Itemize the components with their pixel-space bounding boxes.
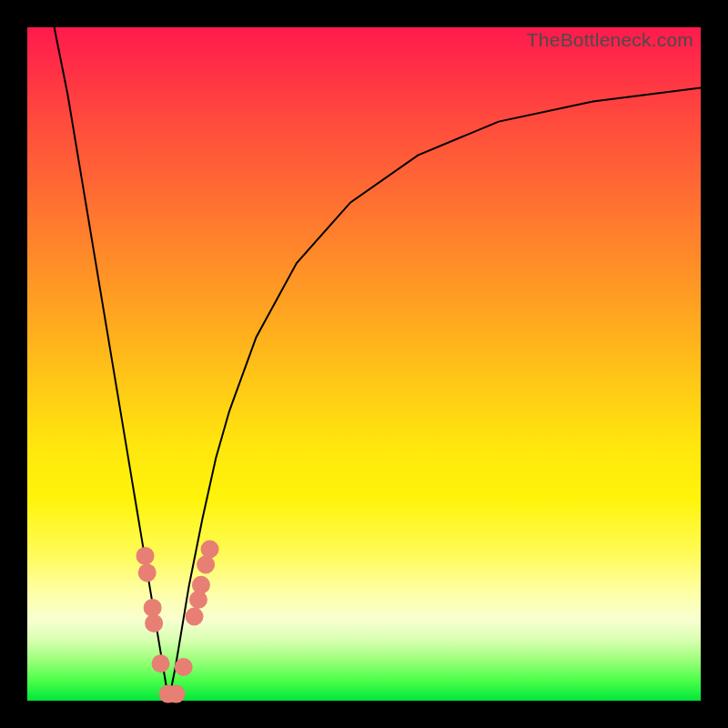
- data-dot: [197, 556, 215, 574]
- data-dots: [136, 541, 219, 703]
- chart-frame: TheBottleneck.com: [0, 0, 728, 728]
- bottleneck-curve: [27, 27, 701, 701]
- data-dot: [175, 658, 193, 676]
- data-dot: [144, 599, 162, 617]
- data-dot: [186, 608, 204, 626]
- data-dot: [192, 576, 210, 594]
- data-dot: [152, 654, 170, 672]
- plot-area: TheBottleneck.com: [27, 27, 701, 701]
- data-dot: [145, 614, 163, 632]
- data-dot: [138, 563, 157, 581]
- data-dot: [201, 541, 219, 559]
- data-dot: [136, 547, 155, 565]
- data-dot: [167, 685, 186, 703]
- curve-right-branch: [168, 88, 701, 701]
